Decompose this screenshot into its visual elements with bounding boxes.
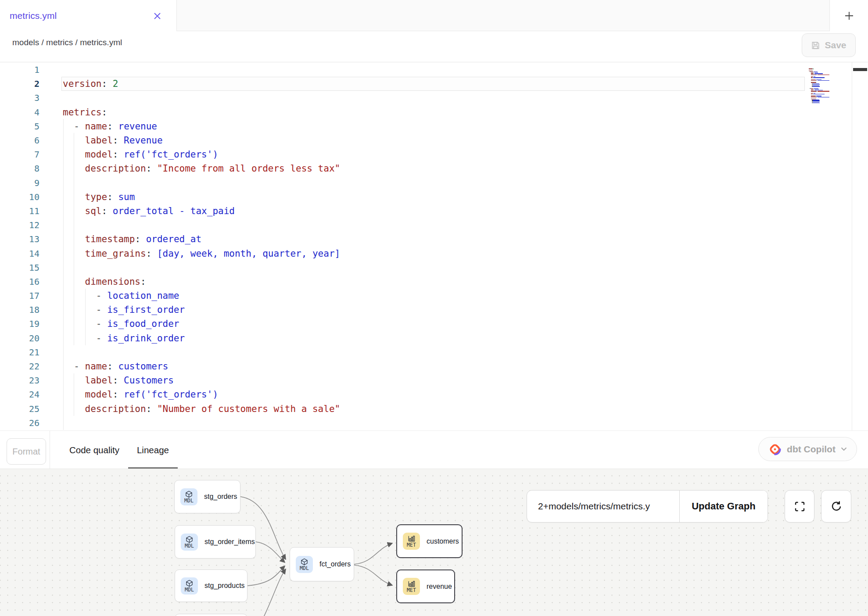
minimap-row [809, 83, 829, 84]
refresh-icon [830, 500, 843, 512]
line-code: - location_name [39, 290, 179, 301]
lineage-node-stg_orders[interactable]: MDLstg_orders [174, 480, 240, 513]
lineage-node-revenue[interactable]: METrevenue [396, 569, 455, 603]
editor-line[interactable]: 20 - is_drink_order [0, 331, 868, 345]
refresh-button[interactable] [821, 490, 851, 523]
edge-hidden-node-fct [262, 569, 286, 616]
editor-line[interactable]: 22 - name: customers [0, 359, 868, 373]
lineage-graph[interactable]: MDLstg_ordersMDLstg_order_itemsMDLstg_pr… [0, 469, 868, 616]
editor-line[interactable]: 8 description: "Income from all orders l… [0, 161, 868, 175]
editor-line[interactable]: 10 type: sum [0, 190, 868, 204]
dbt-logo-icon [768, 443, 782, 456]
badge-label: MDL [185, 544, 194, 548]
met-badge: MET [403, 578, 420, 595]
code-editor[interactable]: 12version: 234metrics:5 - name: revenue6… [0, 62, 868, 430]
minimap-row [809, 69, 829, 70]
minimap-row [809, 103, 829, 103]
update-graph-button[interactable]: Update Graph [679, 491, 768, 522]
chevron-down-icon [841, 447, 847, 451]
editor-line[interactable]: 23 label: Customers [0, 373, 868, 387]
mdl-badge: MDL [296, 556, 313, 573]
new-tab-button[interactable] [829, 0, 868, 31]
model-cube-icon [186, 580, 193, 587]
editor-line[interactable]: 16 dimensions: [0, 275, 868, 289]
editor-header: metrics.yml models / metrics / metrics.y… [0, 0, 868, 62]
minimap-row [809, 71, 829, 71]
minimap-row [809, 100, 829, 100]
line-code: label: Revenue [39, 135, 163, 146]
editor-line[interactable]: 21 [0, 345, 868, 359]
minimap-row [809, 91, 829, 91]
editor-line[interactable]: 18 - is_first_order [0, 303, 868, 317]
editor-line[interactable]: 1 [0, 63, 868, 77]
minimap-row [809, 93, 829, 93]
editor-lines: 12version: 234metrics:5 - name: revenue6… [0, 62, 868, 430]
editor-line[interactable]: 5 - name: revenue [0, 119, 868, 133]
minimap[interactable] [809, 68, 829, 104]
node-label: customers [427, 537, 459, 545]
mdl-badge: MDL [181, 577, 198, 595]
bottom-panel-tabbar: Format Code quality Lineage dbt Copilot [0, 430, 868, 469]
editor-line[interactable]: 26 [0, 416, 868, 430]
tab-metrics-yml[interactable]: metrics.yml [0, 0, 176, 31]
minimap-row [809, 92, 829, 92]
line-code: - is_first_order [39, 304, 185, 315]
editor-line[interactable]: 4metrics: [0, 105, 868, 119]
dbt-copilot-button[interactable]: dbt Copilot [758, 437, 857, 461]
editor-line[interactable]: 12 [0, 218, 868, 232]
line-code: model: ref('fct_orders') [39, 149, 218, 160]
metric-chart-icon [408, 535, 415, 542]
mdl-badge: MDL [181, 534, 198, 551]
editor-line[interactable]: 11 sql: order_total - tax_paid [0, 204, 868, 218]
minimap-row [809, 90, 829, 90]
badge-label: MET [407, 543, 416, 548]
close-tab-button[interactable] [152, 11, 162, 21]
graph-filter-group: Update Graph [527, 490, 768, 523]
tab-strip-empty [176, 0, 829, 31]
editor-line[interactable]: 14 time_grains: [day, week, month, quart… [0, 246, 868, 260]
editor-line[interactable]: 15 [0, 261, 868, 275]
editor-line[interactable]: 24 model: ref('fct_orders') [0, 387, 868, 401]
tab-code-quality[interactable]: Code quality [61, 431, 128, 469]
editor-line[interactable]: 17 - location_name [0, 289, 868, 303]
minimap-row [809, 95, 829, 95]
line-number: 3 [0, 93, 39, 103]
minimap-row [809, 98, 829, 98]
line-code: model: ref('fct_orders') [39, 389, 218, 400]
line-code: - is_food_order [39, 319, 179, 329]
scrollbar-thumb[interactable] [853, 68, 867, 71]
line-number: 23 [0, 375, 39, 386]
minimap-row [809, 78, 829, 79]
lineage-node-stg_products[interactable]: MDLstg_products [175, 569, 247, 602]
editor-line[interactable]: 13 timestamp: ordered_at [0, 232, 868, 246]
lineage-node-stg_order_items[interactable]: MDLstg_order_items [175, 525, 256, 559]
save-icon [811, 41, 820, 50]
editor-line[interactable]: 7 model: ref('fct_orders') [0, 147, 868, 161]
minimap-row [809, 87, 829, 87]
close-icon [154, 12, 161, 20]
editor-line[interactable]: 3 [0, 91, 868, 105]
editor-line[interactable]: 6 label: Revenue [0, 133, 868, 147]
line-number: 2 [0, 79, 39, 89]
fullscreen-button[interactable] [785, 490, 814, 523]
line-code: label: Customers [39, 375, 174, 386]
minimap-row [809, 94, 829, 94]
lineage-node-fct_orders[interactable]: MDLfct_orders [290, 547, 354, 581]
editor-line[interactable]: 2version: 2 [0, 77, 868, 91]
badge-label: MDL [184, 498, 194, 503]
graph-filter-input[interactable] [527, 491, 679, 522]
editor-line[interactable]: 19 - is_food_order [0, 317, 868, 331]
minimap-row [809, 76, 829, 77]
editor-line[interactable]: 9 [0, 176, 868, 190]
edge-fct-revenue [354, 565, 392, 585]
lineage-node-partial-node[interactable]: MDL [175, 614, 247, 616]
line-number: 24 [0, 389, 39, 400]
save-button[interactable]: Save [802, 33, 856, 57]
line-number: 9 [0, 178, 39, 188]
lineage-node-customers[interactable]: METcustomers [396, 524, 463, 558]
line-number: 1 [0, 64, 39, 75]
tab-lineage[interactable]: Lineage [128, 431, 178, 469]
line-number: 25 [0, 404, 39, 414]
editor-line[interactable]: 25 description: "Number of customers wit… [0, 402, 868, 416]
format-button[interactable]: Format [7, 438, 46, 465]
